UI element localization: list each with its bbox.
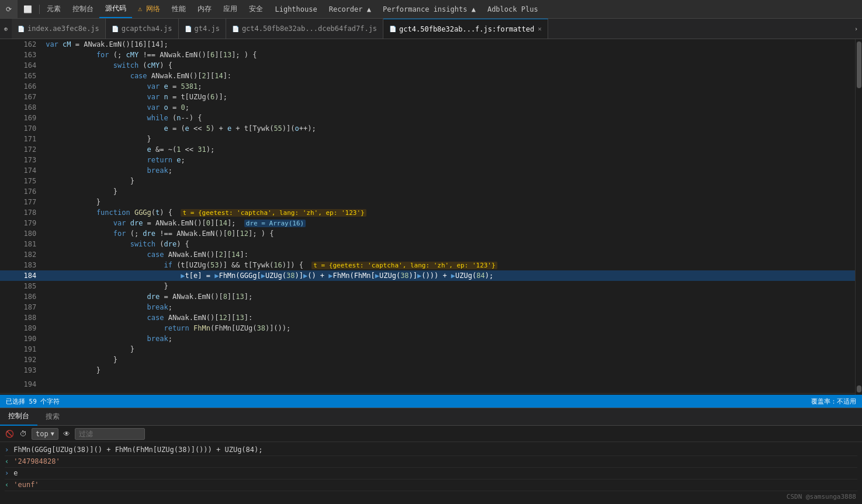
line-code: break; xyxy=(43,302,855,312)
tab-icon: 📄 xyxy=(389,26,396,32)
table-row: 187 break; xyxy=(0,302,855,312)
line-number: 187 xyxy=(0,302,43,312)
table-row: 171 } xyxy=(0,134,855,144)
menu-memory[interactable]: 内存 xyxy=(192,0,217,18)
table-row: 180 for (; dre !== ANwak.EmN()[0][12]; )… xyxy=(0,228,855,239)
clear-console-btn[interactable]: 🚫 xyxy=(4,428,15,440)
tab-gct-formatted[interactable]: 📄 gct4.50fb8e32ab...f.js:formatted ✕ xyxy=(383,19,548,39)
line-number: 178 xyxy=(0,207,43,218)
menu-application[interactable]: 应用 xyxy=(217,0,243,18)
status-coverage: 覆盖率：不适用 xyxy=(811,397,856,406)
table-row: 162 var cM = ANwak.EmN()[16][14]; xyxy=(0,39,855,50)
table-row: 181 switch (dre) { xyxy=(0,239,855,249)
menu-device-btn[interactable]: ⬜ xyxy=(18,0,38,18)
pause-btn[interactable]: ⏱ xyxy=(18,428,29,440)
table-row: 190 break; xyxy=(0,333,855,344)
tab-label: gct4.50fb8e32ab...dceb64fad7f.js xyxy=(242,25,377,33)
table-row: 170 e = (e << 5) + e + t[Tywk(55)](o++); xyxy=(0,123,855,134)
line-number: 186 xyxy=(0,291,43,302)
tab-gct-short[interactable]: 📄 gct4.50fb8e32ab...dceb64fad7f.js xyxy=(226,19,383,39)
line-number: 180 xyxy=(0,228,43,239)
line-code: var o = 0; xyxy=(43,102,855,113)
line-code: dre = ANwak.EmN()[8][13]; xyxy=(43,291,855,302)
table-row: 182 case ANwak.EmN()[2][14]: xyxy=(0,249,855,260)
line-number: 173 xyxy=(0,155,43,165)
eye-btn[interactable]: 👁 xyxy=(61,428,72,440)
line-code: switch (dre) { xyxy=(43,239,855,249)
tab-search[interactable]: 搜索 xyxy=(37,408,68,426)
menu-network[interactable]: ⚠ 网络 xyxy=(132,0,166,18)
line-code: var n = t[UZUg(6)]; xyxy=(43,92,855,102)
top-dropdown[interactable]: top ▼ xyxy=(32,428,58,440)
top-label: top xyxy=(36,430,49,438)
line-code: if (t[UZUg(53)] && t[Tywk(16)]) { t = {g… xyxy=(43,260,855,270)
line-code: } xyxy=(43,197,855,207)
tab-console[interactable]: 控制台 xyxy=(0,408,37,426)
line-number: 193 xyxy=(0,365,43,376)
tab-nav-left[interactable]: ⊕ xyxy=(0,19,12,39)
console-line: › e xyxy=(5,468,857,479)
line-number: 181 xyxy=(0,239,43,249)
horizontal-scrollbar[interactable] xyxy=(0,393,855,395)
line-number: 163 xyxy=(0,50,43,60)
line-number: 167 xyxy=(0,92,43,102)
line-number: 171 xyxy=(0,134,43,144)
bottom-toolbar: 🚫 ⏱ top ▼ 👁 xyxy=(0,426,862,442)
line-code: var cM = ANwak.EmN()[16][14]; xyxy=(43,39,855,50)
tab-index[interactable]: 📄 index.ae3fec8e.js xyxy=(12,19,106,39)
status-bar: 已选择 59 个字符 覆盖率：不适用 xyxy=(0,395,862,408)
table-row: 173 return e; xyxy=(0,155,855,165)
vscroll-thumb-bottom[interactable] xyxy=(857,385,861,392)
line-code: } xyxy=(43,186,855,197)
tab-icon: 📄 xyxy=(112,26,119,32)
tab-gt4[interactable]: 📄 gt4.js xyxy=(179,19,226,39)
tab-label: gt4.js xyxy=(195,25,220,33)
vscroll-thumb[interactable] xyxy=(857,41,861,88)
line-number: 183 xyxy=(0,260,43,270)
table-row: 179 var dre = ANwak.EmN()[0][14]; dre = … xyxy=(0,218,855,228)
menu-sources[interactable]: 源代码 xyxy=(99,0,132,18)
tab-gcaptcha[interactable]: 📄 gcaptcha4.js xyxy=(106,19,179,39)
line-code: } xyxy=(43,365,855,376)
line-code: while (n--) { xyxy=(43,113,855,123)
menu-lighthouse[interactable]: Lighthouse xyxy=(269,0,323,18)
line-code: case ANwak.EmN()[12][13]: xyxy=(43,312,855,323)
menu-reload-btn[interactable]: ⟳ xyxy=(0,0,18,18)
table-row: 175 } xyxy=(0,176,855,186)
tab-label: gcaptcha4.js xyxy=(122,25,172,33)
line-code: e &= ~(1 << 31); xyxy=(43,144,855,155)
line-code: switch (cMY) { xyxy=(43,60,855,71)
table-row: 178 function GGGg(t) { t = {geetest: 'ca… xyxy=(0,207,855,218)
console-line: ‹ '247984828' xyxy=(5,456,857,468)
table-row: 177 } xyxy=(0,197,855,207)
line-code xyxy=(43,376,855,393)
line-code: var e = 5381; xyxy=(43,81,855,92)
menu-adblock[interactable]: Adblock Plus xyxy=(482,0,544,18)
line-code: ▶t[e] = ▶FhMn(GGGg[▶UZUg(38)]▶() + ▶FhMn… xyxy=(43,270,855,281)
menu-console[interactable]: 控制台 xyxy=(67,0,99,18)
tab-icon: 📄 xyxy=(18,26,25,32)
menu-performance-insights[interactable]: Performance insights ▲ xyxy=(377,0,482,18)
code-content[interactable]: 162 var cM = ANwak.EmN()[16][14]; 163 fo… xyxy=(0,39,855,395)
code-area: 162 var cM = ANwak.EmN()[16][14]; 163 fo… xyxy=(0,39,862,395)
console-text: 'eunf' xyxy=(13,481,39,489)
menu-performance[interactable]: 性能 xyxy=(166,0,192,18)
line-code: for (; cMY !== ANwak.EmN()[6][13]; ) { xyxy=(43,50,855,60)
line-code: e = (e << 5) + e + t[Tywk(55)](o++); xyxy=(43,123,855,134)
vertical-scrollbar[interactable] xyxy=(855,39,862,395)
line-number: 168 xyxy=(0,102,43,113)
menu-security[interactable]: 安全 xyxy=(243,0,269,18)
tab-close-btn[interactable]: ✕ xyxy=(538,25,542,33)
tab-nav-right[interactable]: › xyxy=(850,19,862,39)
line-number: 185 xyxy=(0,281,43,291)
line-number: 166 xyxy=(0,81,43,92)
menu-elements[interactable]: 元素 xyxy=(41,0,67,18)
filter-input[interactable] xyxy=(75,428,145,440)
menu-recorder[interactable]: Recorder ▲ xyxy=(323,0,377,18)
line-number: 179 xyxy=(0,218,43,228)
table-row: 163 for (; cMY !== ANwak.EmN()[6][13]; )… xyxy=(0,50,855,60)
table-row: 172 e &= ~(1 << 31); xyxy=(0,144,855,155)
console-output: › FhMn(GGGg[UZUg(38)]() + FhMn(FhMn[UZUg… xyxy=(0,442,862,504)
line-number: 189 xyxy=(0,323,43,333)
line-code: } xyxy=(43,176,855,186)
